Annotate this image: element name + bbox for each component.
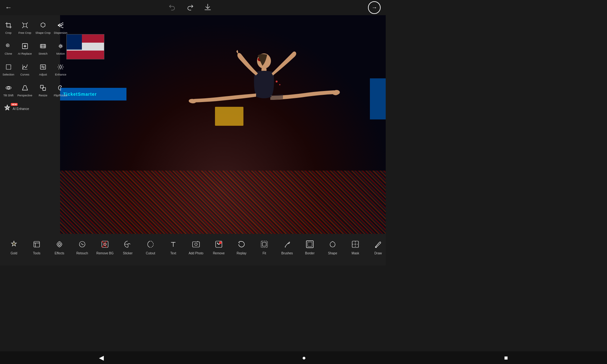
tool-retouch[interactable]: Retouch [71,238,94,256]
tool-add-photo[interactable]: Add Photo [185,238,207,256]
border-label: Border [305,252,315,255]
tool-ai-enhance[interactable]: NEW AI Enhance [1,102,59,116]
flag-stars [67,34,82,50]
svg-point-3 [332,89,340,96]
tool-gold[interactable]: Gold [3,238,25,256]
tool-draw[interactable]: Draw [367,238,386,256]
svg-rect-22 [6,64,11,69]
ai-replace-icon [21,43,28,51]
curves-icon [21,64,28,72]
resize-label: Resize [39,94,47,97]
tool-shape[interactable]: Shape [321,238,344,256]
tools-icon [32,239,41,250]
tool-adjust[interactable]: Adjust [34,59,52,80]
tool-remove-bg[interactable]: Remove BG [94,238,116,256]
tool-stretch[interactable]: Stretch [34,39,52,59]
tool-tilt-shift[interactable]: Tilt Shift [1,80,15,100]
svg-rect-52 [306,241,313,248]
brushes-label: Brushes [281,252,293,255]
effects-icon [55,239,64,250]
tool-replay[interactable]: Replay [230,238,253,256]
fit-label: Fit [262,252,266,255]
tool-cutout[interactable]: Cutout [139,238,162,256]
tool-free-crop[interactable]: Free Crop [16,18,34,38]
enhance-icon [57,64,64,72]
left-tool-panel: Crop Free Crop Shape Crop Dispersion C [0,15,60,234]
redo-button[interactable] [186,3,194,12]
shape-crop-label: Shape Crop [35,31,51,35]
tool-brushes[interactable]: Brushes [276,238,298,256]
shape-icon [328,239,337,250]
replay-label: Replay [236,252,246,255]
tool-perspective[interactable]: Perspective [16,80,34,100]
svg-point-11 [61,25,62,26]
perspective-label: Perspective [17,94,32,97]
tool-resize[interactable]: Resize [34,80,52,100]
crop-icon [5,22,12,30]
back-button[interactable]: ← [5,3,12,12]
svg-point-8 [59,24,60,24]
replay-icon [237,239,246,250]
retouch-icon [78,239,87,250]
tool-motion[interactable]: Motion [52,39,69,59]
tool-dispersion[interactable]: Dispersion [52,18,69,38]
remove-bg-icon [101,239,109,250]
clone-icon [5,43,12,51]
svg-rect-25 [40,64,46,69]
undo-button[interactable] [169,3,176,12]
gymnast-image [123,44,360,176]
tool-selection[interactable]: Selection [1,59,15,80]
tool-fit[interactable]: Fit [253,238,276,256]
retouch-label: Retouch [76,252,88,255]
gold-label: Gold [10,252,17,255]
add-photo-label: Add Photo [189,252,204,255]
tool-text[interactable]: Text [162,238,185,256]
fit-icon [260,239,269,250]
tool-sticker[interactable]: Sticker [116,238,139,256]
svg-point-31 [7,87,9,89]
dispersion-label: Dispersion [54,31,68,35]
ai-replace-label: AI Replace [18,52,32,56]
text-icon [169,239,178,250]
tool-mask[interactable]: Mask [344,238,367,256]
tool-ai-replace[interactable]: AI Replace [16,39,34,59]
crowd-dots [60,171,386,234]
right-screen [370,78,386,119]
crop-label: Crop [5,31,12,35]
tool-flip-rotate[interactable]: Flip/Rotate [52,80,69,100]
top-bar: ← → [0,0,386,15]
photo-content: TicketSmarter [60,15,386,234]
cutout-label: Cutout [146,252,155,255]
sticker-label: Sticker [123,252,133,255]
tool-remove[interactable]: Remove [207,238,230,256]
svg-point-21 [60,45,62,47]
svg-rect-51 [262,242,266,246]
tool-shape-crop[interactable]: Shape Crop [34,18,52,38]
svg-point-15 [62,27,63,28]
draw-icon [374,239,383,250]
mask-label: Mask [352,252,359,255]
motion-icon [57,43,64,51]
tool-border[interactable]: Border [298,238,321,256]
tool-effects[interactable]: Effects [48,238,71,256]
motion-label: Motion [56,52,65,56]
svg-point-12 [61,27,62,27]
tool-tools[interactable]: Tools [25,238,48,256]
shape-label: Shape [328,252,337,255]
add-photo-icon [192,239,200,250]
download-button[interactable] [204,3,212,12]
flip-rotate-icon [57,84,64,93]
next-button[interactable]: → [368,1,381,14]
clone-label: Clone [5,52,12,56]
adjust-icon [40,64,46,72]
flip-rotate-label: Flip/Rotate [54,94,68,97]
tool-curves[interactable]: Curves [16,59,34,80]
tool-enhance[interactable]: Enhance [52,59,69,80]
svg-rect-53 [308,242,312,246]
svg-point-5 [276,81,278,82]
tool-clone[interactable]: Clone [1,39,15,59]
tool-crop[interactable]: Crop [1,18,15,38]
svg-point-13 [62,22,63,23]
svg-point-49 [219,241,222,244]
ticker-banner: TicketSmarter [60,88,126,100]
